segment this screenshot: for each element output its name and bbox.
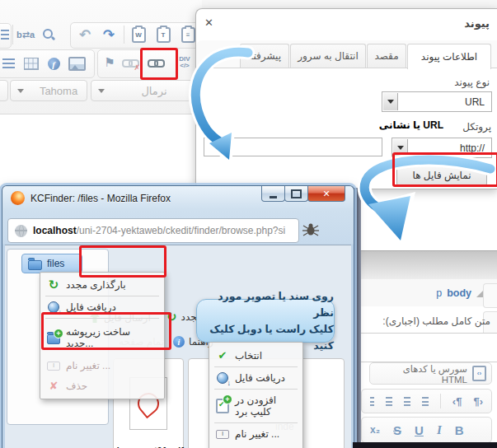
- format-toolbar: x₂ S U I B: [361, 417, 492, 443]
- replace-icon[interactable]: b⇄a: [15, 27, 36, 42]
- menu-item-refresh[interactable]: بارگذاری مجدد: [40, 275, 164, 295]
- dialog-tabstrip: اطلاعات پیوند مقصد انتقال به سرور پیشرفت…: [196, 40, 497, 68]
- download-icon: [48, 301, 59, 313]
- menu-item-rename-file[interactable]: تغییر نام ...: [209, 424, 302, 444]
- editor-toolbar: b⇄a ↶ ↷ W T ≡ f ⚑ ✗ DIV</> Tahoma نرمال: [0, 0, 202, 114]
- taskbar-edge: [353, 442, 497, 448]
- image-icon[interactable]: [68, 57, 86, 71]
- bug-extension-icon[interactable]: [302, 222, 319, 237]
- menu-item-download[interactable]: دریافت فایل: [40, 297, 164, 317]
- window-title: KCFinder: /files - Mozilla Firefox: [30, 193, 171, 204]
- flash-icon[interactable]: f: [46, 57, 61, 71]
- protocol-value: http://: [460, 142, 485, 154]
- info-icon: i: [173, 336, 185, 348]
- refresh-icon: [47, 279, 60, 291]
- paste-as-text-icon[interactable]: T: [155, 26, 171, 43]
- maximize-icon: [291, 189, 302, 198]
- protocol-label: پروتکل: [462, 121, 491, 133]
- minimize-button[interactable]: [261, 186, 285, 202]
- unlink-icon[interactable]: ✗: [120, 58, 138, 68]
- bold-button[interactable]: B: [455, 423, 464, 437]
- tree-folder-files[interactable]: files: [21, 254, 82, 273]
- site-identity-icon[interactable]: [15, 225, 27, 237]
- browse-files-button[interactable]: نمایش فایل ها: [396, 165, 487, 186]
- element-path-bar: p body: [361, 279, 497, 306]
- clipboard-add-icon: [216, 399, 229, 413]
- full-text-label: متن کامل مطلب (اجباری):: [361, 315, 490, 327]
- subscript-button[interactable]: x₂: [370, 424, 380, 436]
- redo-icon[interactable]: ↷: [100, 26, 118, 44]
- file-context-menu: انتخاب دریافت فایل افزودن در کلیپ برد تغ…: [209, 342, 303, 448]
- search-icon[interactable]: [41, 27, 56, 42]
- tab-link-info[interactable]: اطلاعات پیوند: [407, 44, 491, 69]
- folder-icon: [28, 260, 42, 270]
- format-dropdown-value: نرمال: [111, 85, 197, 97]
- firefox-icon: [11, 191, 25, 205]
- menu-item-download-file[interactable]: دریافت فایل: [209, 368, 302, 388]
- paste-icon[interactable]: ≡: [180, 26, 196, 43]
- ltr-paragraph-icon[interactable]: ‹¶: [452, 395, 462, 408]
- path-body[interactable]: body: [447, 287, 471, 299]
- italic-button[interactable]: I: [437, 423, 442, 437]
- maximize-button[interactable]: [284, 186, 308, 202]
- tab-upload[interactable]: انتقال به سرور: [290, 44, 366, 68]
- link-type-value: URL: [465, 96, 485, 108]
- rtl-paragraph-icon[interactable]: ¶›: [473, 395, 483, 408]
- chevron-down-icon[interactable]: [393, 139, 408, 156]
- format-dropdown[interactable]: نرمال: [91, 80, 198, 101]
- dialog-close-icon[interactable]: ✕: [204, 16, 213, 29]
- justify-icon[interactable]: [370, 397, 374, 406]
- menu-item-clipboard[interactable]: افزودن در کلیپ برد: [209, 390, 302, 422]
- tab-advanced[interactable]: پیشرفته: [240, 44, 289, 68]
- link-type-label: نوع پیوند: [454, 77, 490, 88]
- strike-button[interactable]: S: [393, 423, 401, 437]
- align-toolbar: ‹¶ ¶›: [361, 389, 492, 413]
- delete-icon: [47, 380, 60, 392]
- menu-item-rename[interactable]: تغییر نام ...: [40, 356, 164, 376]
- url-bar[interactable]: localhost/uni-2704-yektaweb/ckedit/finde…: [7, 218, 299, 243]
- menu-item-select[interactable]: انتخاب: [209, 345, 302, 366]
- anchor-icon[interactable]: ⚑: [102, 54, 117, 71]
- fir efox-logo: [11, 191, 25, 205]
- chevron-down-icon[interactable]: [383, 93, 398, 110]
- underline-button[interactable]: U: [415, 423, 424, 437]
- hint-bubble: روی سند یا تصویر مورد نظر کلیک راست یا د…: [196, 299, 335, 343]
- div-container-icon[interactable]: DIV</>: [176, 54, 194, 71]
- menu-item-new-subfolder[interactable]: ساخت زیرپوشه جدید...: [40, 320, 164, 356]
- link-icon[interactable]: [146, 58, 164, 68]
- source-button[interactable]: سورس یا کدهای HTML: [369, 362, 492, 385]
- url-input[interactable]: [204, 138, 382, 156]
- chevron-down-icon: [17, 89, 24, 93]
- menu-item-delete[interactable]: حذف: [40, 376, 164, 396]
- editor-bottom-chrome: [361, 250, 497, 280]
- select-all-icon[interactable]: [0, 27, 9, 42]
- menu-item-delete-file[interactable]: حذف: [209, 444, 302, 448]
- table-icon[interactable]: [23, 57, 40, 70]
- size-dropdown[interactable]: [0, 80, 8, 101]
- dialog-title: پیوند: [464, 17, 490, 30]
- side-panel-stub-1: [483, 283, 497, 308]
- close-button[interactable]: ✕: [307, 186, 345, 202]
- refresh-icon: [166, 311, 177, 323]
- source-icon: [472, 366, 486, 381]
- protocol-select[interactable]: http://: [392, 138, 492, 158]
- url-text: localhost/uni-2704-yektaweb/ckedit/finde…: [33, 225, 285, 236]
- path-p[interactable]: p: [436, 287, 442, 299]
- tab-target[interactable]: مقصد: [367, 44, 406, 68]
- undo-icon[interactable]: ↶: [76, 26, 94, 44]
- list-icon[interactable]: [2, 58, 16, 69]
- link-type-select[interactable]: URL: [382, 91, 492, 112]
- screenshot-root: b⇄a ↶ ↷ W T ≡ f ⚑ ✗ DIV</> Tahoma نرمال …: [0, 0, 497, 448]
- font-dropdown[interactable]: Tahoma: [10, 80, 87, 101]
- chevron-down-icon: [98, 89, 105, 93]
- editor-field: [361, 333, 497, 362]
- background-toolbar-strip: [195, 0, 497, 8]
- check-icon: [216, 349, 229, 362]
- rename-icon: [47, 362, 60, 371]
- link-dialog: پیوند ✕ اطلاعات پیوند مقصد انتقال به سرو…: [195, 8, 497, 189]
- align-center-icon[interactable]: [404, 397, 410, 406]
- font-dropdown-value: Tahoma: [30, 85, 87, 97]
- paste-from-word-icon[interactable]: W: [130, 26, 147, 43]
- align-right-icon[interactable]: [422, 397, 429, 406]
- align-left-icon[interactable]: [386, 397, 392, 406]
